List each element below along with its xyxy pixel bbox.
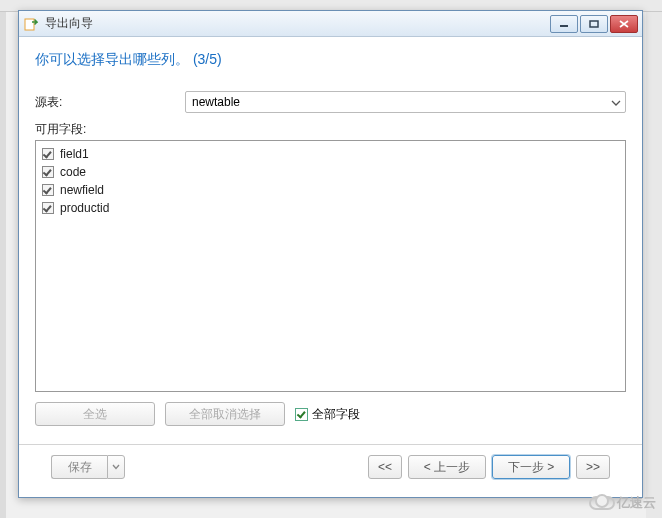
save-button[interactable]: 保存 xyxy=(51,455,107,479)
field-name: newfield xyxy=(60,183,104,197)
field-name: code xyxy=(60,165,86,179)
page-heading: 你可以选择导出哪些列。 (3/5) xyxy=(35,51,626,69)
window-title: 导出向导 xyxy=(45,15,550,32)
available-fields-list[interactable]: field1codenewfieldproductid xyxy=(35,140,626,392)
field-item[interactable]: newfield xyxy=(42,181,619,199)
prev-button[interactable]: < 上一步 xyxy=(408,455,486,479)
first-button[interactable]: << xyxy=(368,455,402,479)
minimize-button[interactable] xyxy=(550,15,578,33)
close-button[interactable] xyxy=(610,15,638,33)
next-button[interactable]: 下一步 > xyxy=(492,455,570,479)
source-table-value: newtable xyxy=(192,95,240,109)
field-item[interactable]: field1 xyxy=(42,145,619,163)
checkbox-icon xyxy=(295,408,308,421)
field-name: field1 xyxy=(60,147,89,161)
checkbox-icon xyxy=(42,202,54,214)
svg-rect-2 xyxy=(590,21,598,27)
checkbox-icon xyxy=(42,166,54,178)
app-icon xyxy=(23,16,39,32)
chevron-down-icon xyxy=(112,464,120,470)
deselect-all-button[interactable]: 全部取消选择 xyxy=(165,402,285,426)
available-fields-label: 可用字段: xyxy=(35,121,626,138)
save-split-button: 保存 xyxy=(51,455,125,479)
all-fields-label: 全部字段 xyxy=(312,406,360,423)
checkbox-icon xyxy=(42,148,54,160)
svg-rect-0 xyxy=(25,19,34,30)
titlebar[interactable]: 导出向导 xyxy=(19,11,642,37)
field-item[interactable]: code xyxy=(42,163,619,181)
last-button[interactable]: >> xyxy=(576,455,610,479)
source-table-select[interactable]: newtable xyxy=(185,91,626,113)
field-item[interactable]: productid xyxy=(42,199,619,217)
all-fields-checkbox[interactable]: 全部字段 xyxy=(295,406,360,423)
save-dropdown-button[interactable] xyxy=(107,455,125,479)
select-all-button[interactable]: 全选 xyxy=(35,402,155,426)
export-wizard-dialog: 导出向导 你可以选择导出哪些列。 (3/5) 源表: newtable 可 xyxy=(18,10,643,498)
checkbox-icon xyxy=(42,184,54,196)
source-label: 源表: xyxy=(35,94,185,111)
chevron-down-icon xyxy=(611,95,621,109)
field-name: productid xyxy=(60,201,109,215)
maximize-button[interactable] xyxy=(580,15,608,33)
